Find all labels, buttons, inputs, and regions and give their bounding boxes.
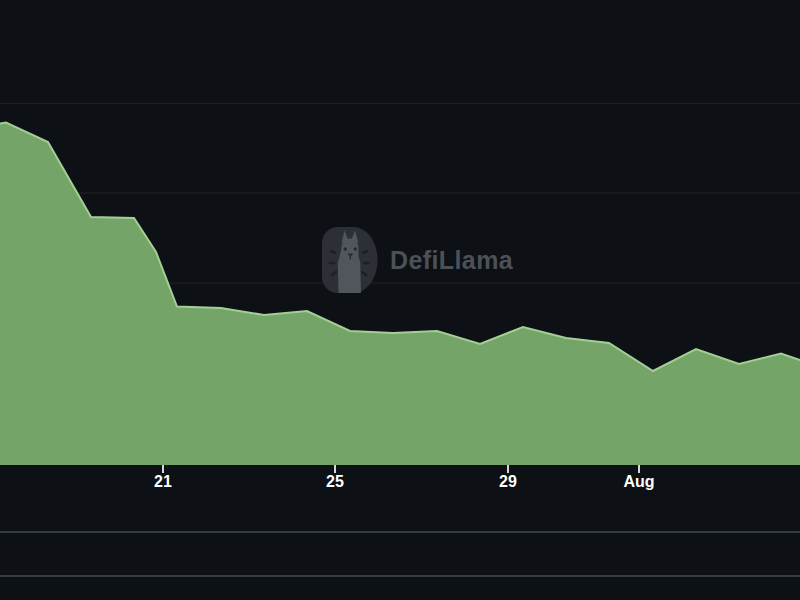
x-axis-tick — [638, 465, 640, 473]
tvl-area-chart[interactable] — [0, 0, 800, 600]
defillama-tvl-chart-page: DefiLlama 212529Aug — [0, 0, 800, 600]
x-axis-tick — [507, 465, 509, 473]
x-axis-tick — [334, 465, 336, 473]
area-fill — [0, 123, 800, 466]
section-separator — [0, 575, 800, 577]
section-separator — [0, 531, 800, 533]
x-axis-tick-label: 29 — [499, 473, 517, 491]
x-axis-tick — [162, 465, 164, 473]
x-axis-tick-label: 25 — [326, 473, 344, 491]
x-axis-tick-label: 21 — [154, 473, 172, 491]
x-axis-tick-label: Aug — [623, 473, 654, 491]
